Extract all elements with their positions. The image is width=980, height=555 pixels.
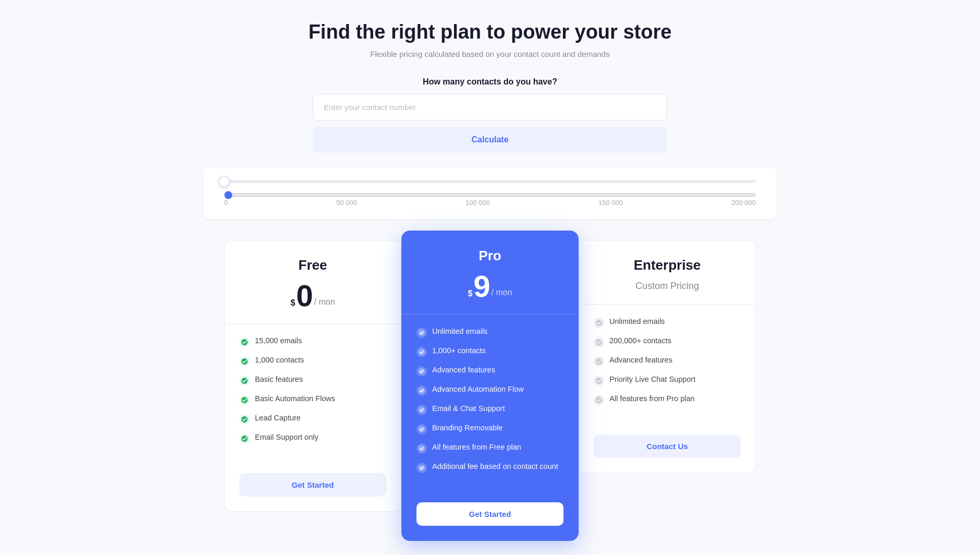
slider-section: 0 50 000 100 000 150 000 200 000 (203, 167, 777, 219)
feature-item-pro-6: All features from Free plan (416, 443, 564, 454)
feature-item-pro-3: Advanced Automation Flow (416, 385, 564, 396)
plan-card-free: Free $ 0 / mon 15,000 emails 1,000 conta… (224, 240, 401, 512)
feature-item-pro-0: Unlimited emails (416, 327, 564, 338)
plan-currency-free: $ (290, 298, 295, 308)
feature-icon-pro-3 (416, 385, 427, 396)
plan-features-pro: Unlimited emails 1,000+ contacts Advance… (402, 315, 578, 494)
feature-text-enterprise-4: All features from Pro plan (609, 394, 695, 403)
feature-text-pro-0: Unlimited emails (432, 327, 487, 335)
feature-text-pro-6: All features from Free plan (432, 443, 521, 451)
plan-price-free: $ 0 / mon (240, 281, 385, 311)
contact-input[interactable] (313, 94, 667, 120)
plan-features-free: 15,000 emails 1,000 contacts Basic featu… (225, 324, 401, 465)
feature-text-enterprise-2: Advanced features (609, 356, 672, 364)
feature-item-pro-1: 1,000+ contacts (416, 346, 564, 357)
feature-item-enterprise-4: All features from Pro plan (594, 394, 741, 405)
feature-text-free-2: Basic features (255, 375, 303, 383)
plan-price-pro: $ 9 / mon (418, 271, 562, 301)
plan-currency-pro: $ (468, 289, 472, 298)
feature-icon-pro-2 (416, 366, 427, 377)
contact-section: How many contacts do you have? Calculate (203, 77, 777, 153)
plan-footer-free: Get Started (225, 465, 401, 511)
feature-text-enterprise-3: Priority Live Chat Support (609, 375, 695, 383)
feature-icon-free-4 (239, 414, 250, 425)
feature-icon-enterprise-0 (594, 318, 604, 328)
plan-cta-pro[interactable]: Get Started (416, 502, 564, 526)
hero-title: Find the right plan to power your store (203, 21, 777, 43)
plan-footer-pro: Get Started (402, 494, 578, 540)
feature-text-free-0: 15,000 emails (255, 336, 302, 345)
feature-text-free-5: Email Support only (255, 433, 318, 441)
feature-item-free-0: 15,000 emails (239, 336, 386, 347)
feature-icon-enterprise-2 (594, 356, 604, 367)
plan-name-enterprise: Enterprise (595, 257, 740, 273)
slider-label-0: 0 (224, 199, 228, 207)
feature-text-pro-7: Additional fee based on contact count (432, 462, 558, 470)
plan-period-pro: / mon (492, 288, 512, 297)
feature-icon-pro-5 (416, 424, 427, 435)
contact-label: How many contacts do you have? (203, 77, 777, 87)
feature-text-pro-3: Advanced Automation Flow (432, 385, 524, 393)
feature-item-pro-7: Additional fee based on contact count (416, 462, 564, 473)
feature-text-enterprise-1: 200,000+ contacts (609, 336, 671, 345)
feature-item-pro-4: Email & Chat Support (416, 404, 564, 415)
feature-icon-pro-6 (416, 443, 427, 454)
feature-text-free-3: Basic Automation Flows (255, 394, 335, 403)
slider-labels: 0 50 000 100 000 150 000 200 000 (224, 199, 756, 207)
feature-item-enterprise-3: Priority Live Chat Support (594, 375, 741, 386)
feature-icon-pro-0 (416, 328, 427, 338)
plan-cta-free[interactable]: Get Started (239, 473, 386, 497)
plan-card-enterprise: EnterpriseCustom Pricing Unlimited email… (579, 240, 756, 473)
feature-item-enterprise-2: Advanced features (594, 356, 741, 367)
feature-text-free-4: Lead Capture (255, 414, 301, 422)
feature-text-enterprise-0: Unlimited emails (609, 317, 665, 325)
slider-label-1: 50 000 (336, 199, 357, 207)
feature-icon-free-1 (239, 356, 250, 367)
plans-section: Free $ 0 / mon 15,000 emails 1,000 conta… (203, 240, 777, 550)
feature-item-pro-5: Branding Removable (416, 424, 564, 435)
plan-header-free: Free $ 0 / mon (225, 240, 401, 324)
feature-item-free-1: 1,000 contacts (239, 356, 386, 367)
plan-header-enterprise: EnterpriseCustom Pricing (579, 240, 755, 305)
feature-item-free-2: Basic features (239, 375, 386, 386)
slider-thumb (218, 176, 230, 187)
plan-name-pro: Pro (418, 248, 562, 264)
hero-section: Find the right plan to power your store … (203, 21, 777, 58)
plan-cta-enterprise[interactable]: Contact Us (594, 435, 741, 458)
slider-track (224, 180, 756, 183)
plan-header-pro: Pro $ 9 / mon (402, 231, 578, 315)
feature-icon-pro-7 (416, 463, 427, 473)
feature-item-free-5: Email Support only (239, 433, 386, 444)
feature-item-pro-2: Advanced features (416, 366, 564, 377)
feature-icon-enterprise-1 (594, 337, 604, 347)
feature-icon-free-2 (239, 376, 250, 386)
feature-icon-pro-4 (416, 405, 427, 415)
plan-amount-pro: 9 (473, 271, 490, 301)
feature-text-free-1: 1,000 contacts (255, 356, 304, 364)
plan-period-free: / mon (314, 297, 335, 307)
plan-footer-enterprise: Contact Us (579, 426, 755, 473)
feature-icon-free-0 (239, 337, 250, 347)
feature-item-enterprise-0: Unlimited emails (594, 317, 741, 328)
feature-icon-enterprise-3 (594, 376, 604, 386)
calculate-button[interactable]: Calculate (313, 127, 667, 153)
plan-name-free: Free (240, 257, 385, 273)
feature-item-free-4: Lead Capture (239, 414, 386, 425)
plan-features-enterprise: Unlimited emails 200,000+ contacts Advan… (579, 305, 755, 426)
feature-icon-free-3 (239, 395, 250, 405)
feature-icon-pro-1 (416, 347, 427, 357)
plan-amount-free: 0 (296, 281, 313, 311)
slider-label-2: 100 000 (466, 199, 490, 207)
feature-text-pro-2: Advanced features (432, 366, 495, 374)
plan-card-pro: Pro $ 9 / mon Unlimited emails 1,000+ co… (401, 231, 579, 541)
page-container: Find the right plan to power your store … (203, 21, 777, 550)
slider-label-3: 150 000 (598, 199, 623, 207)
slider-input[interactable] (224, 194, 756, 197)
hero-subtitle: Flexible pricing calculated based on you… (203, 50, 777, 58)
feature-text-pro-5: Branding Removable (432, 424, 503, 432)
feature-text-pro-4: Email & Chat Support (432, 404, 505, 413)
feature-icon-enterprise-4 (594, 395, 604, 405)
feature-text-pro-1: 1,000+ contacts (432, 346, 486, 355)
plan-custom-enterprise: Custom Pricing (595, 281, 740, 292)
slider-label-4: 200 000 (731, 199, 756, 207)
